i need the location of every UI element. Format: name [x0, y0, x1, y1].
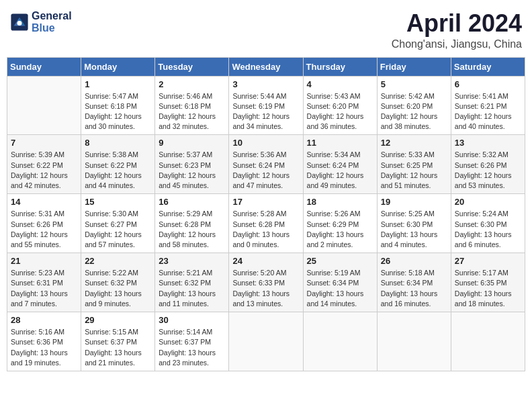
day-info: Sunrise: 5:21 AM Sunset: 6:32 PM Dayligh… [159, 268, 225, 309]
col-thursday: Thursday [303, 57, 377, 76]
day-number: 4 [307, 79, 373, 89]
day-info: Sunrise: 5:47 AM Sunset: 6:18 PM Dayligh… [85, 91, 151, 132]
day-info: Sunrise: 5:26 AM Sunset: 6:29 PM Dayligh… [307, 209, 373, 250]
day-info: Sunrise: 5:20 AM Sunset: 6:33 PM Dayligh… [232, 268, 299, 309]
calendar-week-row: 1Sunrise: 5:47 AM Sunset: 6:18 PM Daylig… [7, 76, 525, 135]
table-row: 14Sunrise: 5:31 AM Sunset: 6:26 PM Dayli… [7, 194, 81, 253]
table-row: 10Sunrise: 5:36 AM Sunset: 6:24 PM Dayli… [229, 135, 303, 194]
table-row: 28Sunrise: 5:16 AM Sunset: 6:36 PM Dayli… [7, 312, 81, 371]
day-info: Sunrise: 5:42 AM Sunset: 6:20 PM Dayligh… [381, 91, 447, 132]
day-info: Sunrise: 5:16 AM Sunset: 6:36 PM Dayligh… [11, 327, 77, 368]
day-number: 24 [232, 256, 299, 266]
day-info: Sunrise: 5:44 AM Sunset: 6:19 PM Dayligh… [232, 91, 299, 132]
table-row: 21Sunrise: 5:23 AM Sunset: 6:31 PM Dayli… [7, 253, 81, 312]
day-number: 14 [11, 197, 77, 207]
calendar-week-row: 28Sunrise: 5:16 AM Sunset: 6:36 PM Dayli… [7, 312, 525, 371]
day-info: Sunrise: 5:18 AM Sunset: 6:34 PM Dayligh… [381, 268, 447, 309]
calendar-week-row: 21Sunrise: 5:23 AM Sunset: 6:31 PM Dayli… [7, 253, 525, 312]
table-row: 17Sunrise: 5:28 AM Sunset: 6:28 PM Dayli… [229, 194, 303, 253]
table-row [229, 312, 303, 371]
table-row: 6Sunrise: 5:41 AM Sunset: 6:21 PM Daylig… [451, 76, 525, 135]
col-friday: Friday [377, 57, 451, 76]
day-number: 17 [232, 197, 299, 207]
day-info: Sunrise: 5:33 AM Sunset: 6:25 PM Dayligh… [381, 150, 447, 191]
title-block: April 2024 Chong'ansi, Jiangsu, China [392, 10, 522, 50]
day-number: 28 [11, 315, 77, 325]
day-number: 25 [307, 256, 373, 266]
col-tuesday: Tuesday [155, 57, 229, 76]
col-saturday: Saturday [451, 57, 525, 76]
calendar-week-row: 14Sunrise: 5:31 AM Sunset: 6:26 PM Dayli… [7, 194, 525, 253]
day-number: 11 [307, 138, 373, 148]
day-number: 19 [381, 197, 447, 207]
day-info: Sunrise: 5:30 AM Sunset: 6:27 PM Dayligh… [85, 209, 151, 250]
day-number: 30 [159, 315, 225, 325]
table-row: 12Sunrise: 5:33 AM Sunset: 6:25 PM Dayli… [377, 135, 451, 194]
table-row: 30Sunrise: 5:14 AM Sunset: 6:37 PM Dayli… [155, 312, 229, 371]
day-info: Sunrise: 5:19 AM Sunset: 6:34 PM Dayligh… [307, 268, 373, 309]
table-row: 4Sunrise: 5:43 AM Sunset: 6:20 PM Daylig… [303, 76, 377, 135]
table-row: 1Sunrise: 5:47 AM Sunset: 6:18 PM Daylig… [81, 76, 155, 135]
day-number: 5 [381, 79, 447, 89]
day-info: Sunrise: 5:28 AM Sunset: 6:28 PM Dayligh… [232, 209, 299, 250]
day-info: Sunrise: 5:43 AM Sunset: 6:20 PM Dayligh… [307, 91, 373, 132]
calendar-table: Sunday Monday Tuesday Wednesday Thursday… [7, 57, 525, 371]
day-number: 6 [455, 79, 521, 89]
col-wednesday: Wednesday [229, 57, 303, 76]
table-row: 22Sunrise: 5:22 AM Sunset: 6:32 PM Dayli… [81, 253, 155, 312]
day-number: 3 [232, 79, 299, 89]
day-info: Sunrise: 5:36 AM Sunset: 6:24 PM Dayligh… [232, 150, 299, 191]
table-row: 8Sunrise: 5:38 AM Sunset: 6:22 PM Daylig… [81, 135, 155, 194]
day-number: 20 [455, 197, 521, 207]
calendar-subtitle: Chong'ansi, Jiangsu, China [392, 38, 522, 50]
table-row: 13Sunrise: 5:32 AM Sunset: 6:26 PM Dayli… [451, 135, 525, 194]
day-number: 23 [159, 256, 225, 266]
day-info: Sunrise: 5:38 AM Sunset: 6:22 PM Dayligh… [85, 150, 151, 191]
day-number: 8 [85, 138, 151, 148]
day-number: 13 [455, 138, 521, 148]
table-row: 20Sunrise: 5:24 AM Sunset: 6:30 PM Dayli… [451, 194, 525, 253]
day-info: Sunrise: 5:39 AM Sunset: 6:22 PM Dayligh… [11, 150, 77, 191]
day-number: 9 [159, 138, 225, 148]
day-number: 12 [381, 138, 447, 148]
table-row: 11Sunrise: 5:34 AM Sunset: 6:24 PM Dayli… [303, 135, 377, 194]
table-row: 15Sunrise: 5:30 AM Sunset: 6:27 PM Dayli… [81, 194, 155, 253]
day-info: Sunrise: 5:15 AM Sunset: 6:37 PM Dayligh… [85, 327, 151, 368]
day-number: 16 [159, 197, 225, 207]
svg-point-1 [17, 21, 22, 26]
logo-text: General Blue [32, 10, 72, 34]
day-info: Sunrise: 5:32 AM Sunset: 6:26 PM Dayligh… [455, 150, 521, 191]
table-row: 5Sunrise: 5:42 AM Sunset: 6:20 PM Daylig… [377, 76, 451, 135]
day-number: 1 [85, 79, 151, 89]
day-info: Sunrise: 5:34 AM Sunset: 6:24 PM Dayligh… [307, 150, 373, 191]
page-header: General Blue April 2024 Chong'ansi, Jian… [7, 7, 525, 50]
day-number: 26 [381, 256, 447, 266]
day-info: Sunrise: 5:24 AM Sunset: 6:30 PM Dayligh… [455, 209, 521, 250]
table-row [451, 312, 525, 371]
day-number: 29 [85, 315, 151, 325]
table-row: 19Sunrise: 5:25 AM Sunset: 6:30 PM Dayli… [377, 194, 451, 253]
day-info: Sunrise: 5:25 AM Sunset: 6:30 PM Dayligh… [381, 209, 447, 250]
day-number: 2 [159, 79, 225, 89]
day-info: Sunrise: 5:29 AM Sunset: 6:28 PM Dayligh… [159, 209, 225, 250]
col-monday: Monday [81, 57, 155, 76]
table-row: 27Sunrise: 5:17 AM Sunset: 6:35 PM Dayli… [451, 253, 525, 312]
table-row [7, 76, 81, 135]
day-info: Sunrise: 5:14 AM Sunset: 6:37 PM Dayligh… [159, 327, 225, 368]
table-row: 2Sunrise: 5:46 AM Sunset: 6:18 PM Daylig… [155, 76, 229, 135]
day-info: Sunrise: 5:22 AM Sunset: 6:32 PM Dayligh… [85, 268, 151, 309]
day-info: Sunrise: 5:31 AM Sunset: 6:26 PM Dayligh… [11, 209, 77, 250]
table-row: 24Sunrise: 5:20 AM Sunset: 6:33 PM Dayli… [229, 253, 303, 312]
table-row: 29Sunrise: 5:15 AM Sunset: 6:37 PM Dayli… [81, 312, 155, 371]
logo: General Blue [10, 10, 72, 34]
calendar-header-row: Sunday Monday Tuesday Wednesday Thursday… [7, 57, 525, 76]
day-number: 18 [307, 197, 373, 207]
table-row: 18Sunrise: 5:26 AM Sunset: 6:29 PM Dayli… [303, 194, 377, 253]
table-row: 26Sunrise: 5:18 AM Sunset: 6:34 PM Dayli… [377, 253, 451, 312]
day-info: Sunrise: 5:37 AM Sunset: 6:23 PM Dayligh… [159, 150, 225, 191]
table-row: 3Sunrise: 5:44 AM Sunset: 6:19 PM Daylig… [229, 76, 303, 135]
day-number: 27 [455, 256, 521, 266]
day-number: 21 [11, 256, 77, 266]
col-sunday: Sunday [7, 57, 81, 76]
day-number: 10 [232, 138, 299, 148]
